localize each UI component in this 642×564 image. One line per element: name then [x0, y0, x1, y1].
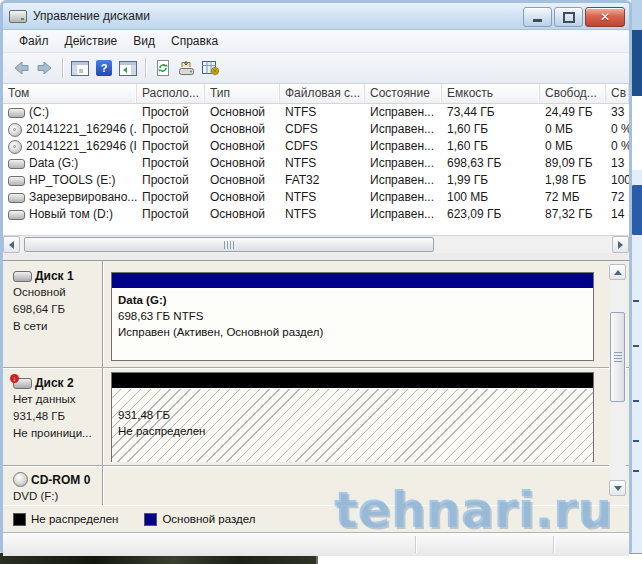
background-fragment: [631, 30, 642, 96]
drive-icon: [8, 210, 25, 220]
volume-status: Исправен...: [365, 155, 442, 172]
titlebar[interactable]: Управление дисками ✕: [3, 3, 629, 30]
offline-badge-icon: ↓: [10, 374, 19, 383]
disk2-label-panel[interactable]: ↓Диск 2 Нет данных 931,48 ГБ Не проиници…: [3, 368, 103, 465]
drive-icon: [8, 159, 25, 169]
volume-free-pct: 33: [606, 104, 629, 121]
menu-help[interactable]: Справка: [163, 32, 226, 50]
background-fragment: [631, 185, 642, 235]
help-icon[interactable]: ?: [92, 56, 116, 80]
close-button[interactable]: ✕: [585, 7, 625, 27]
column-header-layout[interactable]: Располо...: [137, 84, 205, 103]
volume-status: Исправен...: [365, 104, 442, 121]
drive-icon: [8, 193, 25, 203]
volume-capacity: 698,63 ГБ: [442, 155, 540, 172]
scroll-right-button[interactable]: [612, 236, 629, 253]
disk-status: В сети: [13, 319, 102, 334]
partition-unallocated[interactable]: 931,48 ГБ Не распределен: [111, 372, 594, 462]
partition-title: Data (G:): [118, 292, 593, 308]
background-fragment: [633, 345, 639, 347]
legend-label: Основной раздел: [162, 513, 255, 525]
background-page-right: [631, 0, 642, 553]
menu-action[interactable]: Действие: [57, 32, 126, 50]
settings-icon[interactable]: [199, 56, 223, 80]
volume-name: Data (G:): [29, 155, 78, 172]
vertical-scrollbar-thumb[interactable]: [610, 312, 625, 402]
minimize-button[interactable]: [523, 7, 552, 27]
disk-status: Не проиници...: [13, 426, 102, 441]
volume-status: Исправен...: [365, 206, 442, 223]
volume-list-header: Том Располо... Тип Файловая с... Состоян…: [3, 84, 629, 104]
partition-data-g[interactable]: Data (G:) 698,63 ГБ NTFS Исправен (Актив…: [111, 272, 594, 361]
drive-icon: [8, 176, 25, 186]
vertical-scrollbar[interactable]: [609, 264, 626, 496]
primary-partition-swatch: [144, 513, 157, 526]
column-header-capacity[interactable]: Емкость: [442, 84, 540, 103]
left-arrow-icon: [9, 241, 14, 249]
table-row[interactable]: Новый том (D:) Простой Основной NTFS Исп…: [3, 206, 629, 223]
partition-color-bar: [112, 273, 593, 289]
disk-management-window: Управление дисками ✕ Файл Действие Вид С…: [0, 0, 632, 553]
volume-capacity: 1,99 ГБ: [442, 172, 540, 189]
disk-name: Диск 1: [35, 269, 74, 283]
volume-free-pct: 13: [606, 155, 629, 172]
column-header-free-pct[interactable]: Св: [606, 84, 629, 103]
column-header-status[interactable]: Состояние: [365, 84, 442, 103]
forward-icon[interactable]: [33, 56, 57, 80]
scroll-up-button[interactable]: [609, 264, 626, 280]
menu-file[interactable]: Файл: [11, 32, 57, 50]
volume-name: Новый том (D:): [29, 206, 113, 223]
grip-icon: [614, 352, 622, 362]
table-row[interactable]: 20141221_162946 (... Простой Основной CD…: [3, 121, 629, 138]
show-action-pane-icon[interactable]: [116, 56, 140, 80]
disk-size: 931,48 ГБ: [13, 409, 102, 424]
horizontal-scrollbar-thumb[interactable]: [24, 237, 434, 252]
watermark: tehnari.ru: [334, 482, 612, 539]
pane-splitter[interactable]: [3, 253, 629, 261]
table-row[interactable]: 20141221_162946 (I:) Простой Основной CD…: [3, 138, 629, 155]
table-row[interactable]: Зарезервировано... Простой Основной NTFS…: [3, 189, 629, 206]
disk1-label-panel[interactable]: Диск 1 Основной 698,64 ГБ В сети: [3, 261, 103, 367]
table-row[interactable]: HP_TOOLS (E:) Простой Основной FAT32 Исп…: [3, 172, 629, 189]
volume-capacity: 1,60 ГБ: [442, 121, 540, 138]
toolbar-separator: [145, 58, 146, 78]
disk-offline-icon: ↓: [13, 378, 32, 389]
background-fragment: [633, 300, 639, 302]
show-console-tree-icon[interactable]: [68, 56, 92, 80]
column-header-type[interactable]: Тип: [205, 84, 280, 103]
volume-layout: Простой: [137, 138, 205, 155]
table-row[interactable]: (C:) Простой Основной NTFS Исправен... 7…: [3, 104, 629, 121]
volume-fs: CDFS: [280, 121, 365, 138]
refresh-icon[interactable]: [151, 56, 175, 80]
column-header-volume[interactable]: Том: [3, 84, 137, 103]
partition-status: Не распределен: [118, 423, 593, 439]
column-header-filesystem[interactable]: Файловая с...: [280, 84, 365, 103]
partition-size: 931,48 ГБ: [118, 407, 593, 423]
horizontal-scrollbar[interactable]: [3, 236, 629, 253]
restore-button[interactable]: [554, 7, 583, 27]
volume-name: 20141221_162946 (I:): [26, 138, 137, 155]
volume-status: Исправен...: [365, 172, 442, 189]
toolbar-separator: [62, 58, 63, 78]
cdrom-label-panel[interactable]: CD-ROM 0 DVD (F:): [3, 466, 103, 505]
volume-capacity: 73,44 ГБ: [442, 104, 540, 121]
disk-row-disk2: ↓Диск 2 Нет данных 931,48 ГБ Не проиници…: [3, 368, 629, 466]
unallocated-swatch: [13, 513, 26, 526]
volume-type: Основной: [205, 155, 280, 172]
volume-status: Исправен...: [365, 189, 442, 206]
table-row[interactable]: Data (G:) Простой Основной NTFS Исправен…: [3, 155, 629, 172]
volume-name: Зарезервировано...: [29, 189, 137, 206]
volume-status: Исправен...: [365, 121, 442, 138]
column-header-free[interactable]: Свобод...: [540, 84, 606, 103]
volume-type: Основной: [205, 189, 280, 206]
disk-name: CD-ROM 0: [31, 473, 90, 487]
disk-row-disk1: Диск 1 Основной 698,64 ГБ В сети Data (G…: [3, 261, 629, 368]
scroll-left-button[interactable]: [3, 236, 20, 253]
menu-view[interactable]: Вид: [125, 32, 163, 50]
volume-capacity: 1,60 ГБ: [442, 138, 540, 155]
back-icon[interactable]: [9, 56, 33, 80]
volume-name: (C:): [29, 104, 49, 121]
volume-free: 0 МБ: [540, 121, 606, 138]
volume-capacity: 100 МБ: [442, 189, 540, 206]
rescan-disks-icon[interactable]: [175, 56, 199, 80]
